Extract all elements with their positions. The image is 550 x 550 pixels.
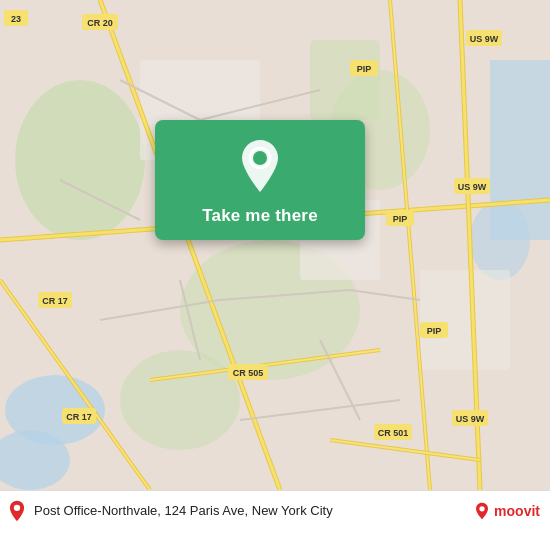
map-container: CR 20 CR 17 CR 17 CR 505 CR 501 US 9W US… [0,0,550,490]
take-me-card[interactable]: Take me there [155,120,365,240]
moovit-logo: moovit [473,502,540,520]
svg-text:US 9W: US 9W [456,414,485,424]
take-me-label: Take me there [202,206,318,226]
svg-text:CR 505: CR 505 [233,368,264,378]
info-pin-icon [6,500,28,522]
svg-text:PIP: PIP [393,214,408,224]
svg-rect-9 [310,40,380,120]
svg-text:CR 17: CR 17 [66,412,92,422]
location-text: Post Office-Northvale, 124 Paris Ave, Ne… [34,503,467,518]
svg-text:CR 20: CR 20 [87,18,113,28]
location-pin-icon [236,138,284,194]
svg-point-4 [470,200,530,280]
svg-point-8 [120,350,240,450]
svg-point-5 [15,80,145,240]
svg-point-65 [14,504,20,510]
moovit-text: moovit [494,503,540,519]
moovit-icon [473,502,491,520]
svg-point-66 [479,506,484,511]
svg-text:US 9W: US 9W [458,182,487,192]
svg-text:CR 501: CR 501 [378,428,409,438]
svg-rect-12 [420,270,510,370]
svg-text:CR 17: CR 17 [42,296,68,306]
svg-text:PIP: PIP [357,64,372,74]
info-bar: Post Office-Northvale, 124 Paris Ave, Ne… [0,490,550,530]
svg-text:US 9W: US 9W [470,34,499,44]
svg-text:PIP: PIP [427,326,442,336]
map-svg: CR 20 CR 17 CR 17 CR 505 CR 501 US 9W US… [0,0,550,490]
svg-point-63 [253,151,267,165]
svg-text:23: 23 [11,14,21,24]
